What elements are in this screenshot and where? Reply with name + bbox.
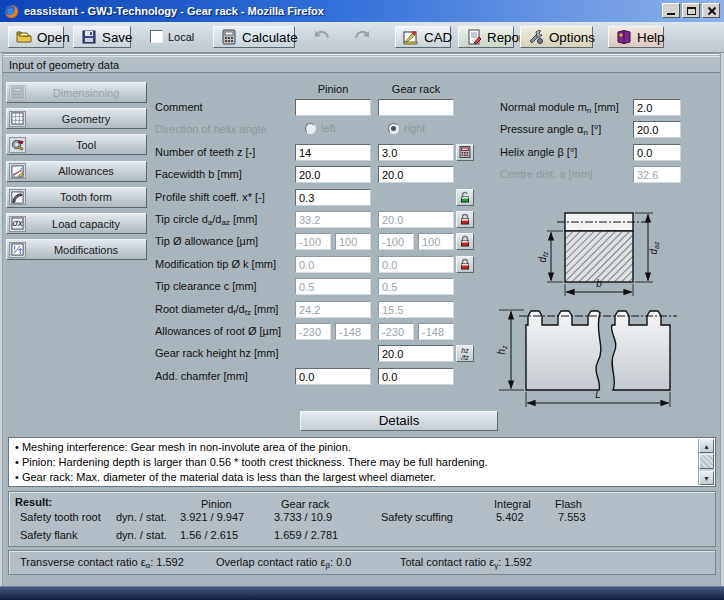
pinion-field-lower bbox=[295, 323, 331, 340]
warnings-scrollbar[interactable]: ▲ ▼ bbox=[698, 439, 714, 485]
pinion-field bbox=[295, 278, 371, 295]
sidebar-item-tooth-form[interactable]: Tooth form bbox=[6, 187, 147, 208]
svg-text:daz: daz bbox=[648, 241, 660, 254]
sidebar-item-label: Modifications bbox=[26, 244, 146, 256]
toolbar: Open Save Local Calculate CAD Report Opt… bbox=[0, 22, 724, 53]
lock-field-button[interactable] bbox=[456, 233, 474, 250]
scrollbar-thumb[interactable] bbox=[699, 454, 714, 469]
cross-section-diagram: dfz daz b bbox=[535, 205, 715, 302]
local-checkbox[interactable] bbox=[150, 30, 163, 43]
ratio-label: Total contact ratio εγ: bbox=[400, 556, 501, 568]
ratio-label: Overlap contact ratio εβ: bbox=[216, 556, 333, 568]
open-button[interactable]: Open bbox=[8, 26, 64, 48]
hz-fz-toggle-button[interactable]: hz/fz bbox=[456, 345, 474, 362]
redo-button bbox=[346, 27, 378, 47]
help-book-icon bbox=[616, 29, 632, 45]
sidebar-item-dimensioning[interactable]: Dimensioning bbox=[6, 82, 147, 103]
maximize-button[interactable] bbox=[682, 3, 700, 18]
cad-drawing-icon bbox=[403, 29, 419, 45]
pinion-field[interactable] bbox=[295, 144, 371, 161]
gear-rack-field-upper bbox=[418, 323, 454, 340]
sidebar-item-label: Geometry bbox=[26, 113, 146, 125]
pinion-field-lower bbox=[295, 233, 331, 250]
param-label-normal-module-m-mm: Normal module mn [mm] bbox=[500, 99, 630, 116]
result-gear: 1.659 / 2.781 bbox=[274, 529, 338, 541]
sidebar-item-label: Load capacity bbox=[26, 218, 146, 230]
calculate-button[interactable]: Calculate bbox=[213, 26, 295, 48]
sidebar-item-tool[interactable]: Tool bbox=[6, 134, 147, 155]
title-bar: eassistant - GWJ-Technology - Gear rack … bbox=[0, 0, 724, 22]
svg-text:b: b bbox=[596, 278, 602, 289]
minimize-button[interactable] bbox=[662, 3, 680, 18]
ratio-label: Transverse contact ratio εα: bbox=[20, 556, 153, 568]
gear-rack-field-lower bbox=[378, 323, 414, 340]
param-field bbox=[633, 166, 681, 183]
close-button[interactable] bbox=[702, 3, 720, 18]
result-panel: Result: Pinion Gear rack Integral Flash … bbox=[8, 491, 716, 547]
scroll-down-icon[interactable]: ▼ bbox=[699, 471, 714, 485]
contact-ratio-0: Transverse contact ratio εα: 1.592 bbox=[20, 556, 184, 568]
section-title: Input of geometry data bbox=[9, 59, 119, 71]
geometry-icon bbox=[9, 111, 26, 127]
report-button[interactable]: Report bbox=[458, 26, 514, 48]
calculator-icon bbox=[221, 29, 237, 45]
save-button[interactable]: Save bbox=[73, 26, 131, 48]
result-label: Safety flank bbox=[20, 529, 77, 541]
gear-rack-field[interactable] bbox=[378, 144, 454, 161]
pinion-field[interactable] bbox=[295, 368, 371, 385]
pinion-field[interactable] bbox=[295, 189, 371, 206]
cad-label: CAD bbox=[424, 30, 452, 45]
svg-text:σx: σx bbox=[12, 218, 23, 228]
gear-rack-field bbox=[378, 278, 454, 295]
sidebar-item-allowances[interactable]: Allowances bbox=[6, 161, 147, 182]
allowances-icon bbox=[9, 163, 26, 179]
help-label: Help bbox=[637, 30, 664, 45]
lock-field-button[interactable] bbox=[456, 256, 474, 273]
result-header-pinion: Pinion bbox=[201, 498, 232, 510]
cad-button[interactable]: CAD bbox=[395, 26, 451, 48]
gear-rack-field bbox=[378, 301, 454, 318]
undo-button bbox=[306, 27, 338, 47]
helix-radio-label: right bbox=[404, 122, 425, 135]
sidebar-item-load-capacity[interactable]: σxLoad capacity bbox=[6, 213, 147, 234]
save-floppy-icon bbox=[81, 29, 97, 45]
calculate-teeth-button[interactable] bbox=[456, 144, 474, 161]
pinion-field[interactable] bbox=[295, 166, 371, 183]
details-button[interactable]: Details bbox=[300, 411, 498, 431]
gear-rack-field[interactable] bbox=[378, 368, 454, 385]
param-label-helix-angle: Helix angle β [°] bbox=[500, 144, 630, 161]
gear-rack-field[interactable] bbox=[378, 99, 454, 116]
dimensioning-icon bbox=[9, 85, 26, 101]
column-header-pinion: Pinion bbox=[295, 83, 371, 95]
svg-text:dfz: dfz bbox=[537, 251, 549, 263]
param-field[interactable] bbox=[633, 99, 681, 116]
param-field[interactable] bbox=[633, 144, 681, 161]
helix-radio-left[interactable] bbox=[305, 123, 316, 134]
gear-rack-field[interactable] bbox=[378, 345, 454, 362]
options-button[interactable]: Options bbox=[520, 26, 593, 48]
scroll-up-icon[interactable]: ▲ bbox=[699, 439, 714, 453]
unlock-field-button[interactable] bbox=[456, 189, 474, 206]
open-label: Open bbox=[37, 30, 70, 45]
maximize-icon bbox=[687, 7, 696, 15]
helix-radio-right[interactable] bbox=[388, 123, 399, 134]
options-tools-icon bbox=[528, 29, 544, 45]
help-button[interactable]: Help bbox=[608, 26, 664, 48]
warning-message: Pinion: Hardening depth is larger than 0… bbox=[15, 455, 695, 470]
sidebar-item-geometry[interactable]: Geometry bbox=[6, 108, 147, 129]
param-field[interactable] bbox=[633, 121, 681, 138]
svg-text:L: L bbox=[595, 389, 601, 400]
gear-rack-field bbox=[378, 211, 454, 228]
ratio-value: 1.592 bbox=[153, 556, 184, 568]
pinion-field[interactable] bbox=[295, 99, 371, 116]
lock-field-button[interactable] bbox=[456, 211, 474, 228]
helix-radio-label: left bbox=[321, 122, 336, 135]
sidebar-item-modifications[interactable]: Modifications bbox=[6, 239, 147, 260]
window-frame-right bbox=[720, 53, 724, 586]
gear-rack-field[interactable] bbox=[378, 166, 454, 183]
redo-icon bbox=[353, 29, 371, 45]
contact-ratio-2: Total contact ratio εγ: 1.592 bbox=[400, 556, 532, 568]
column-header-gear-rack: Gear rack bbox=[378, 83, 454, 95]
lock-open-icon bbox=[459, 191, 471, 205]
save-label: Save bbox=[102, 30, 132, 45]
